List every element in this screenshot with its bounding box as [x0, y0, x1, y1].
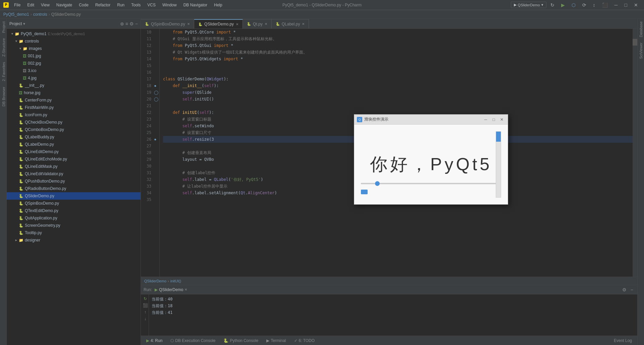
tree-file-tooltip[interactable]: 🐍 Tooltip.py	[7, 229, 141, 236]
menu-edit[interactable]: Edit	[24, 2, 37, 8]
coverage-button[interactable]: ⟳	[580, 2, 589, 8]
tree-controls-folder[interactable]: ▼ 📁 controls	[7, 38, 141, 45]
footer-todo-button[interactable]: ✓ 6: TODO	[291, 338, 318, 344]
maximize-button[interactable]: □	[622, 2, 630, 8]
close-button[interactable]: ✕	[631, 2, 641, 8]
tree-file-iconform[interactable]: 🐍 IconForm.py	[7, 111, 141, 119]
sync-icon[interactable]: ⊕	[120, 21, 124, 26]
dialog-slider-thumb[interactable]	[375, 181, 380, 186]
debug-button[interactable]: ⬡	[569, 2, 578, 8]
tree-file-qlabelbuddy[interactable]: 🐍 QLabelBuddy.py	[7, 133, 141, 141]
tree-file-qradiobuttondemo[interactable]: 🐍 QRadioButtonDemo.py	[7, 185, 141, 192]
menu-vcs[interactable]: VCS	[145, 2, 158, 8]
minimize-button[interactable]: ─	[612, 2, 621, 8]
tree-file-qcomboboxdemo[interactable]: 🐍 QComboBoxDemo.py	[7, 126, 141, 133]
run-tab[interactable]: ▶ QSliderDemo ✕	[155, 287, 187, 292]
tree-file-4jpg[interactable]: 🖼 4.jpg	[7, 74, 141, 82]
tab-qlabel[interactable]: 🐍 QLabel.py ✕	[272, 19, 309, 28]
tree-file-qtexteditdemo[interactable]: 🐍 QTextEditDemo.py	[7, 207, 141, 214]
sidebar-favorites-tab[interactable]: 2: Favorites	[0, 59, 6, 84]
tree-file-centerform[interactable]: 🐍 CenterForm.py	[7, 96, 141, 104]
menu-window[interactable]: Window	[160, 2, 179, 8]
footer-event-log-button[interactable]: Event Log	[611, 338, 635, 344]
run-stop-button[interactable]: ⬛	[142, 302, 148, 308]
tree-file-qlineeditvalidator[interactable]: 🐍 QLineEditValidator.py	[7, 170, 141, 178]
run-button[interactable]: ▶	[558, 2, 568, 8]
refresh-button[interactable]: ↻	[548, 2, 557, 8]
tree-file-screengeometry[interactable]: 🐍 ScreenGeometry.py	[7, 222, 141, 229]
tree-images-folder[interactable]: ▼ 📁 images	[7, 45, 141, 52]
menu-file[interactable]: File	[11, 2, 23, 8]
run-settings-icon[interactable]: ⚙	[621, 286, 628, 293]
tree-file-quitapplication[interactable]: 🐍 QuitApplication.py	[7, 214, 141, 222]
tree-file-qlineeditechomode[interactable]: 🐍 QLineEditEchoMode.py	[7, 155, 141, 163]
tree-file-qlabeldemo[interactable]: 🐍 QLabelDemo.py	[7, 141, 141, 148]
sidebar-sciviewer-tab[interactable]: SciViewer	[638, 40, 644, 62]
tab-qsliderdemo[interactable]: 🐍 QSliderDemo.py ✕	[194, 19, 243, 28]
tree-file-horsejpg[interactable]: 🖼 horse.jpg	[7, 89, 141, 96]
tab-close-icon[interactable]: ✕	[265, 22, 267, 26]
menu-refactor[interactable]: Refactor	[93, 2, 113, 8]
footer-db-console-button[interactable]: ⬡ DB Execution Console	[168, 338, 218, 344]
menu-view[interactable]: View	[38, 2, 52, 8]
run-config-selector[interactable]: ▶ QSliderDemo ▾	[511, 2, 546, 8]
dialog-mini-button[interactable]	[361, 190, 368, 194]
sidebar-structure-tab[interactable]: Z-Structure	[0, 36, 6, 59]
tree-file-002jpg[interactable]: 🖼 002.jpg	[7, 60, 141, 67]
tab-close-icon[interactable]: ✕	[187, 22, 190, 26]
tree-file-init[interactable]: 🐍 __init__.py	[7, 82, 141, 89]
dialog-minimize-button[interactable]: ─	[482, 116, 489, 123]
dialog-scrollbar-thumb[interactable]	[496, 132, 501, 142]
run-scroll-down-button[interactable]: ↓	[142, 316, 148, 322]
dialog-maximize-button[interactable]: □	[490, 116, 497, 123]
scrollbar-thumb[interactable]	[633, 39, 637, 46]
footer-run-button[interactable]: ▶ 4: Run	[144, 338, 165, 344]
tree-file-qlineeditmask[interactable]: 🐍 QLineEditMask.py	[7, 163, 141, 170]
run-scroll-up-button[interactable]: ↑	[142, 309, 148, 315]
tree-root[interactable]: ▼ 📁 PyQt5_demo1 E:\code\PyQt5_demo1	[7, 30, 141, 38]
sidebar-dbnavigator-tab[interactable]: DB Browser	[0, 84, 6, 109]
sidebar-project-tab[interactable]: Project	[0, 19, 6, 36]
line-34: 34	[141, 190, 159, 196]
menu-dbnavigator[interactable]: DB Navigator	[181, 2, 210, 8]
profile-button[interactable]: ↕	[590, 2, 598, 8]
breadcrumb-folder[interactable]: controls	[33, 12, 47, 17]
menu-code[interactable]: Code	[76, 2, 91, 8]
dialog-close-button[interactable]: ✕	[498, 116, 505, 123]
stop-button[interactable]: ⬛	[599, 2, 610, 8]
collapse-icon[interactable]: ≡	[125, 21, 128, 26]
gear-icon[interactable]: ⚙	[129, 21, 134, 26]
code-editor[interactable]: 10 11 12 13 14 15 16 17 18● 19◯ 20◯ 21 2…	[141, 29, 637, 277]
breadcrumb-method[interactable]: initUI()	[170, 279, 181, 283]
tree-file-qcheckboxdemo[interactable]: 🐍 QCheckBoxDemo.py	[7, 119, 141, 126]
code-line-15	[163, 62, 634, 69]
tree-file-3ico[interactable]: 🖼 3.ico	[7, 67, 141, 74]
footer-terminal-button[interactable]: ▶ Terminal	[264, 338, 288, 344]
tab-close-icon[interactable]: ✕	[302, 22, 305, 26]
menu-run[interactable]: Run	[114, 2, 127, 8]
dialog-slider[interactable]	[361, 183, 501, 184]
run-minimize-icon[interactable]: −	[629, 286, 635, 293]
tab-qt[interactable]: 🐍 Qt.py ✕	[243, 19, 272, 28]
dialog-scrollbar-track[interactable]	[496, 131, 501, 198]
tab-close-icon[interactable]: ✕	[236, 22, 238, 26]
breadcrumb-project[interactable]: PyQt5_demo1	[3, 12, 29, 17]
footer-python-console-button[interactable]: 🐍 Python Console	[221, 338, 261, 344]
tree-designer-folder[interactable]: ► 📁 designer	[7, 236, 141, 244]
sidebar-database-tab[interactable]: Database	[638, 19, 644, 40]
tab-qspinboxdemo[interactable]: 🐍 QSpinBoxDemo.py ✕	[141, 19, 194, 28]
tree-file-firstmainwin[interactable]: 🐍 FirstMainWin.py	[7, 104, 141, 111]
run-rerun-button[interactable]: ↻	[142, 296, 148, 302]
menu-navigate[interactable]: Navigate	[54, 2, 75, 8]
tree-file-001jpg[interactable]: 🖼 001.jpg	[7, 52, 141, 60]
tree-file-qspinboxdemo[interactable]: 🐍 QSpinBoxDemo.py	[7, 200, 141, 207]
tree-file-qlineeditdemo[interactable]: 🐍 QLineEditDemo.py	[7, 148, 141, 155]
tree-file-qpushbuttondemo[interactable]: 🐍 QPushButtonDemo.py	[7, 178, 141, 185]
tree-file-qsliderdemo[interactable]: 🐍 QSliderDemo.py	[7, 192, 141, 200]
minimize-panel-icon[interactable]: −	[135, 21, 138, 26]
run-tab-close[interactable]: ✕	[184, 288, 187, 291]
menu-tools[interactable]: Tools	[128, 2, 143, 8]
menu-help[interactable]: Help	[211, 2, 225, 8]
editor-scrollbar[interactable]	[633, 29, 637, 277]
breadcrumb-class[interactable]: QSliderDemo	[144, 279, 166, 283]
